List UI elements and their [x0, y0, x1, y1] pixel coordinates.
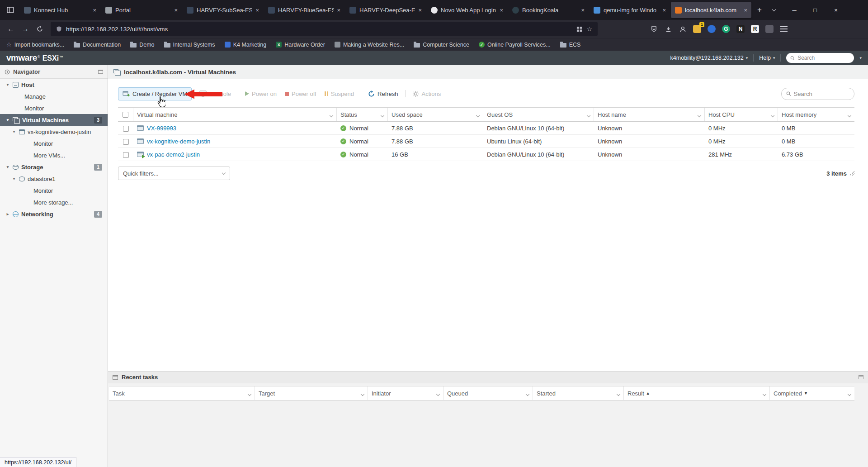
- expand-panel-icon[interactable]: [859, 375, 863, 379]
- column-menu-chevron-icon[interactable]: [476, 111, 479, 118]
- sidebar-item-datastore1[interactable]: ▾ datastore1: [0, 173, 108, 185]
- expander-icon[interactable]: ▾: [5, 165, 10, 169]
- browser-tab[interactable]: Novo Web App Login×: [427, 2, 507, 18]
- column-header-initiator[interactable]: Initiator: [368, 386, 443, 400]
- grammarly-icon[interactable]: G: [719, 22, 733, 36]
- browser-tab-active[interactable]: localhost.k4lab.com×: [671, 2, 751, 18]
- power-off-button[interactable]: Power off: [281, 88, 321, 100]
- browser-tab[interactable]: HARVEY-DeepSea-ES1×: [345, 2, 426, 18]
- notion-icon[interactable]: N: [733, 22, 748, 36]
- column-header-guest-os[interactable]: Guest OS: [483, 108, 594, 122]
- extension-folder-icon[interactable]: 1: [690, 22, 704, 36]
- column-header-status[interactable]: Status: [337, 108, 388, 122]
- tab-close-icon[interactable]: ×: [93, 7, 96, 14]
- url-text[interactable]: https://192.168.202.132/ui/#/host/vms: [66, 26, 572, 33]
- quick-filters-dropdown[interactable]: Quick filters...: [118, 167, 230, 180]
- column-menu-chevron-icon[interactable]: [330, 111, 333, 118]
- extension-r-icon[interactable]: R: [748, 22, 762, 36]
- sidebar-item-more-vms[interactable]: More VMs...: [0, 149, 108, 161]
- column-menu-chevron-icon[interactable]: [437, 390, 439, 397]
- bookmark-star-icon[interactable]: ☆: [586, 25, 592, 33]
- sidebar-item-vm-child[interactable]: ▾ vx-kognitive-demo-justin: [0, 126, 108, 138]
- bookmark-item[interactable]: ✓Online Payroll Services...: [479, 42, 551, 48]
- vm-name-link[interactable]: vx-pac-demo2-justin: [147, 151, 200, 158]
- column-menu-chevron-icon[interactable]: [698, 111, 701, 118]
- account-icon[interactable]: [675, 22, 690, 36]
- row-checkbox[interactable]: [123, 152, 129, 158]
- vm-table-row[interactable]: vx-pac-demo2-justin ✓Normal 16 GB Debian…: [118, 148, 854, 161]
- window-maximize-button[interactable]: □: [805, 0, 826, 20]
- sidebar-item-more-storage[interactable]: More storage...: [0, 196, 108, 208]
- bookmark-item[interactable]: Making a Website Res...: [335, 42, 404, 48]
- browser-tab[interactable]: BookingKoala×: [508, 2, 589, 18]
- bookmark-item[interactable]: Computer Science: [414, 42, 469, 48]
- vm-name-link[interactable]: vx-kognitive-demo-justin: [147, 138, 210, 145]
- column-header-result[interactable]: Result▲: [624, 386, 770, 400]
- tab-close-icon[interactable]: ×: [255, 7, 259, 14]
- pocket-icon[interactable]: [646, 22, 661, 36]
- column-header-target[interactable]: Target: [255, 386, 368, 400]
- tab-close-icon[interactable]: ×: [744, 7, 747, 14]
- account-menu[interactable]: k4mobility@192.168.202.132▾: [670, 55, 748, 61]
- column-menu-chevron-icon[interactable]: [848, 111, 851, 118]
- tab-close-icon[interactable]: ×: [337, 7, 340, 14]
- browser-tab[interactable]: HARVEY-SubSea-ES147×: [183, 2, 263, 18]
- row-checkbox[interactable]: [123, 139, 129, 145]
- bookmark-item[interactable]: Documentation: [74, 42, 121, 48]
- window-minimize-button[interactable]: ─: [784, 0, 805, 20]
- reload-button[interactable]: [33, 22, 47, 36]
- url-bar[interactable]: https://192.168.202.132/ui/#/host/vms ☆: [51, 22, 598, 36]
- sidebar-item-host[interactable]: ▾ Host: [0, 79, 108, 91]
- power-on-button[interactable]: Power on: [241, 88, 281, 100]
- expander-icon[interactable]: ▾: [12, 176, 16, 181]
- actions-button[interactable]: Actions: [408, 88, 445, 100]
- tab-close-icon[interactable]: ×: [662, 7, 666, 14]
- extension-blue-icon[interactable]: [704, 22, 719, 36]
- tab-close-icon[interactable]: ×: [500, 7, 503, 14]
- suspend-button[interactable]: Suspend: [321, 88, 358, 100]
- tab-close-icon[interactable]: ×: [174, 7, 178, 14]
- downloads-icon[interactable]: [661, 22, 675, 36]
- column-header-used-space[interactable]: Used space: [388, 108, 483, 122]
- vm-search-box[interactable]: [781, 88, 854, 100]
- forward-button[interactable]: →: [18, 22, 33, 36]
- extensions-puzzle-icon[interactable]: [762, 22, 777, 36]
- tab-close-icon[interactable]: ×: [418, 7, 422, 14]
- window-close-button[interactable]: ×: [826, 0, 846, 20]
- sidebar-item-host-manage[interactable]: Manage: [0, 91, 108, 102]
- select-all-checkbox[interactable]: [123, 112, 128, 118]
- menu-icon[interactable]: [777, 22, 791, 36]
- column-menu-chevron-icon[interactable]: [763, 390, 766, 397]
- refresh-button[interactable]: Refresh: [364, 88, 402, 100]
- new-tab-button[interactable]: +: [752, 3, 767, 17]
- back-button[interactable]: ←: [4, 22, 18, 36]
- shield-icon[interactable]: [56, 26, 62, 32]
- column-header-host-memory[interactable]: Host memory: [778, 108, 854, 122]
- column-menu-chevron-icon[interactable]: [381, 111, 384, 118]
- sidebar-item-storage-monitor[interactable]: Monitor: [0, 185, 108, 196]
- sidebar-item-networking[interactable]: ▸ Networking 4: [0, 208, 108, 220]
- list-all-tabs-icon[interactable]: [767, 3, 781, 17]
- bookmark-item[interactable]: Demo: [130, 42, 154, 48]
- header-search-input[interactable]: [797, 55, 850, 61]
- column-header-virtual-machine[interactable]: Virtual machine: [133, 108, 337, 122]
- browser-tab[interactable]: Portal×: [101, 2, 182, 18]
- vm-table-row[interactable]: VX-999993 ✓Normal 7.88 GB Debian GNU/Lin…: [118, 122, 854, 135]
- browser-tab[interactable]: qemu-img for Windo×: [590, 2, 670, 18]
- sidebar-item-storage[interactable]: ▾ Storage 1: [0, 161, 108, 173]
- browser-tab[interactable]: Konnect Hub×: [20, 2, 100, 18]
- column-menu-chevron-icon[interactable]: [587, 111, 590, 118]
- vm-search-input[interactable]: [794, 91, 849, 97]
- bookmark-item[interactable]: K4 Marketing: [225, 42, 267, 48]
- bookmark-item[interactable]: Internal Systems: [164, 42, 215, 48]
- column-header-started[interactable]: Started: [533, 386, 624, 400]
- column-menu-chevron-icon[interactable]: [771, 111, 774, 118]
- column-header-completed[interactable]: Completed▼: [770, 386, 854, 400]
- sidebar-item-virtual-machines[interactable]: ▾ Virtual Machines 3: [0, 114, 108, 126]
- column-header-queued[interactable]: Queued: [443, 386, 533, 400]
- column-header-host-name[interactable]: Host name: [594, 108, 705, 122]
- browser-tab[interactable]: HARVEY-BlueSea-ES12×: [264, 2, 344, 18]
- resize-grip-icon[interactable]: [850, 171, 854, 176]
- expander-icon[interactable]: ▾: [5, 118, 10, 122]
- search-scope-chevron-icon[interactable]: ▾: [859, 56, 862, 60]
